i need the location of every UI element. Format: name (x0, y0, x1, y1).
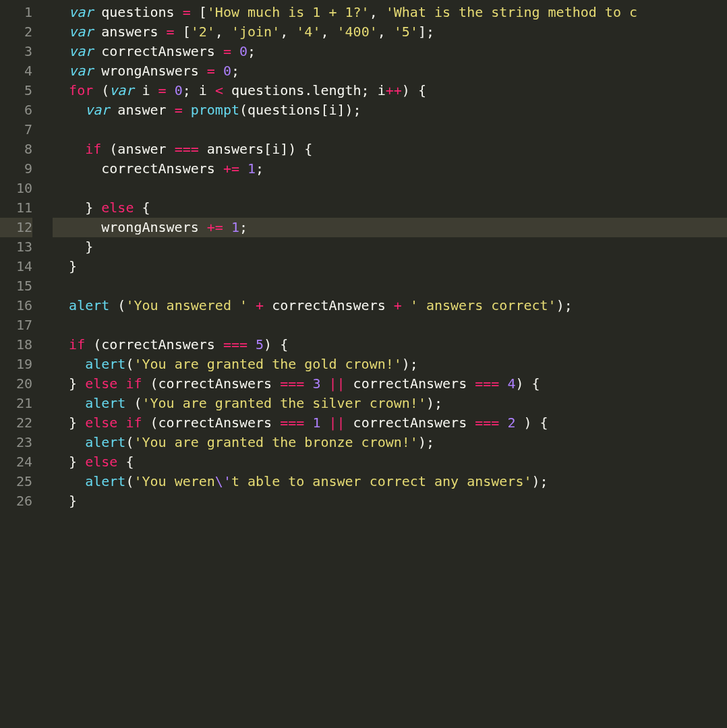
line-number: 17 (0, 315, 32, 335)
line-number: 6 (0, 100, 32, 120)
line-number-gutter: 1234567891011121314151617181920212223242… (0, 0, 40, 728)
code-line[interactable]: } else { (53, 198, 727, 218)
code-line[interactable] (53, 276, 727, 296)
code-line[interactable]: alert('You are granted the bronze crown!… (53, 433, 727, 452)
line-number: 23 (0, 433, 32, 452)
line-number: 15 (0, 276, 32, 296)
code-line[interactable]: var questions = ['How much is 1 + 1?', '… (53, 3, 727, 22)
code-line[interactable] (53, 315, 727, 335)
code-line[interactable]: } else if (correctAnswers === 3 || corre… (53, 374, 727, 394)
line-number: 1 (0, 3, 32, 22)
line-number: 10 (0, 179, 32, 198)
line-number: 8 (0, 140, 32, 159)
code-line[interactable] (53, 120, 727, 140)
code-line[interactable]: alert('You are granted the gold crown!')… (53, 355, 727, 374)
line-number: 22 (0, 413, 32, 433)
code-editor[interactable]: 1234567891011121314151617181920212223242… (0, 0, 727, 728)
line-number: 13 (0, 237, 32, 257)
line-number: 11 (0, 198, 32, 218)
line-number: 9 (0, 159, 32, 179)
line-number: 4 (0, 61, 32, 81)
line-number: 16 (0, 296, 32, 315)
code-line[interactable]: } else { (53, 452, 727, 472)
code-line[interactable]: for (var i = 0; i < questions.length; i+… (53, 81, 727, 100)
code-line[interactable]: var wrongAnswers = 0; (53, 61, 727, 81)
code-line[interactable]: var answers = ['2', 'join', '4', '400', … (53, 22, 727, 42)
line-number: 5 (0, 81, 32, 100)
code-line[interactable]: var correctAnswers = 0; (53, 42, 727, 61)
line-number: 24 (0, 452, 32, 472)
line-number: 7 (0, 120, 32, 140)
line-number: 14 (0, 257, 32, 276)
code-line[interactable]: correctAnswers += 1; (53, 159, 727, 179)
code-line[interactable]: } (53, 237, 727, 257)
line-number: 19 (0, 355, 32, 374)
code-line[interactable] (53, 179, 727, 198)
code-line[interactable]: alert ('You answered ' + correctAnswers … (53, 296, 727, 315)
code-line[interactable]: alert('You weren\'t able to answer corre… (53, 472, 727, 491)
code-line[interactable]: alert ('You are granted the silver crown… (53, 394, 727, 413)
code-line[interactable]: var answer = prompt(questions[i]); (53, 100, 727, 120)
code-area[interactable]: var questions = ['How much is 1 + 1?', '… (40, 0, 727, 728)
line-number: 2 (0, 22, 32, 42)
code-line[interactable]: } (53, 257, 727, 276)
line-number: 25 (0, 472, 32, 491)
line-number: 12 (0, 218, 32, 237)
code-line[interactable]: } (53, 491, 727, 511)
line-number: 18 (0, 335, 32, 355)
code-line[interactable]: } else if (correctAnswers === 1 || corre… (53, 413, 727, 433)
code-line[interactable]: if (correctAnswers === 5) { (53, 335, 727, 355)
code-line[interactable]: wrongAnswers += 1; (53, 218, 727, 237)
line-number: 20 (0, 374, 32, 394)
code-line[interactable]: if (answer === answers[i]) { (53, 140, 727, 159)
line-number: 3 (0, 42, 32, 61)
line-number: 26 (0, 491, 32, 511)
line-number: 21 (0, 394, 32, 413)
